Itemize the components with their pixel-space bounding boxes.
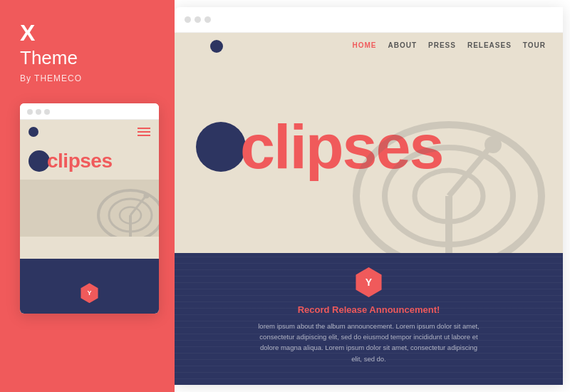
site-navigation: HOME ABOUT PRESS RELEASES TOUR — [175, 33, 563, 58]
browser-dot-1 — [185, 16, 191, 23]
nav-link-about[interactable]: ABOUT — [388, 41, 417, 49]
mobile-nav-circle — [28, 127, 38, 137]
sidebar: X Theme By THEMECO clipses — [0, 0, 175, 392]
nav-link-press[interactable]: PRESS — [428, 41, 456, 49]
nav-link-home[interactable]: HOME — [352, 41, 376, 49]
mobile-browser-bar — [20, 103, 159, 120]
mobile-dot-3 — [44, 109, 50, 115]
nav-link-releases[interactable]: RELEASES — [467, 41, 512, 49]
hamburger-line-3 — [138, 135, 150, 136]
svg-point-0 — [98, 190, 159, 237]
browser-dot-3 — [204, 16, 211, 23]
announcement-text: lorem ipsum about the album announcement… — [255, 321, 483, 364]
announcement-title: Record Release Announcement! — [298, 304, 440, 315]
browser-bar — [175, 7, 563, 33]
mobile-clipses-text: clipses — [47, 150, 112, 172]
browser-content: HOME ABOUT PRESS RELEASES TOUR clipses — [175, 33, 563, 385]
mobile-dot-1 — [27, 109, 33, 115]
svg-point-4 — [144, 193, 150, 199]
mobile-dark-section: Y — [20, 259, 159, 314]
browser-dot-2 — [195, 16, 201, 23]
hero-circle — [196, 122, 246, 172]
mobile-dot-2 — [36, 109, 41, 115]
hamburger-icon — [138, 128, 150, 136]
mobile-hexagon: Y — [80, 283, 100, 303]
nav-links: HOME ABOUT PRESS RELEASES TOUR — [352, 41, 546, 49]
by-label: By THEMECO — [20, 73, 160, 83]
site-bottom-section: Y Record Release Announcement! lorem ips… — [175, 253, 563, 385]
hamburger-line-1 — [138, 128, 150, 129]
mobile-bg-image — [20, 180, 159, 237]
browser-mockup: HOME ABOUT PRESS RELEASES TOUR clipses — [175, 7, 563, 385]
hamburger-line-2 — [138, 131, 150, 133]
satellite-dish-icon — [349, 118, 549, 253]
mobile-hex-icon: Y — [87, 289, 91, 296]
main-area: HOME ABOUT PRESS RELEASES TOUR clipses — [175, 0, 570, 392]
theme-label: Theme — [20, 47, 160, 69]
mobile-content-area: clipses Y — [20, 120, 159, 314]
site-hex-icon: Y — [366, 277, 372, 288]
mobile-nav — [20, 120, 159, 144]
mobile-preview-card: clipses Y — [20, 103, 159, 314]
svg-point-11 — [484, 136, 502, 153]
site-top-section: HOME ABOUT PRESS RELEASES TOUR clipses — [175, 33, 563, 253]
logo-text: X — [20, 21, 160, 44]
nav-link-tour[interactable]: TOUR — [523, 41, 546, 49]
satellite-dish-icon-mobile — [95, 187, 159, 237]
